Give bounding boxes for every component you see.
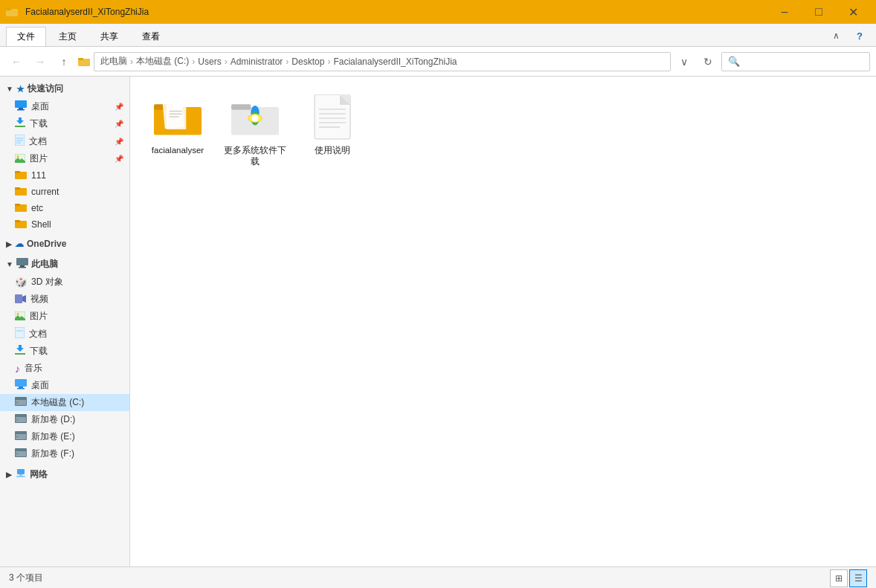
help-button[interactable]: ? — [849, 25, 870, 46]
sidebar-item-label: Shell — [31, 219, 51, 230]
folder-more-software-icon — [231, 94, 279, 142]
svg-rect-53 — [17, 469, 25, 474]
ribbon-collapse-button[interactable]: ∧ — [825, 25, 846, 46]
sidebar-item-label: current — [31, 187, 59, 197]
svg-marker-8 — [16, 117, 24, 124]
sidebar-item-label: 图片 — [30, 310, 48, 323]
video-icon — [15, 294, 26, 306]
svg-rect-6 — [17, 109, 25, 111]
sidebar-item-music[interactable]: ♪ 音乐 — [0, 360, 129, 377]
refresh-button[interactable]: ↻ — [698, 51, 718, 72]
sidebar-item-download2[interactable]: 下载 — [0, 343, 129, 360]
thispc-header[interactable]: ▼ 此电脑 — [0, 255, 129, 274]
path-segment-3[interactable]: Users — [198, 56, 221, 67]
chevron-icon: ▶ — [6, 240, 12, 248]
tab-home[interactable]: 主页 — [48, 27, 88, 46]
file-label-manual: 使用说明 — [315, 145, 350, 156]
svg-rect-1 — [6, 8, 11, 10]
dropdown-button[interactable]: ∨ — [674, 51, 695, 72]
folder-111-icon — [15, 169, 27, 181]
svg-rect-28 — [15, 294, 22, 303]
onedrive-header[interactable]: ▶ ☁ OneDrive — [0, 236, 129, 252]
file-item-more-software[interactable]: 更多系统软件下载 — [219, 88, 291, 173]
network-icon — [15, 469, 27, 480]
forward-button[interactable]: → — [30, 51, 51, 72]
sidebar-item-label: 新加卷 (D:) — [31, 413, 75, 426]
path-segment-6[interactable]: FacialanalyserdII_XiTongZhiJia — [333, 56, 457, 67]
search-icon: 🔍 — [728, 56, 740, 67]
close-button[interactable]: ✕ — [836, 0, 870, 24]
search-box[interactable]: 🔍 — [721, 52, 870, 71]
sidebar-item-docs2[interactable]: 文档 — [0, 325, 129, 343]
sidebar-item-drive-c[interactable]: 本地磁盘 (C:) — [0, 394, 129, 411]
3d-icon: 🎲 — [15, 277, 27, 288]
sidebar-item-pictures2[interactable]: 图片 — [0, 308, 129, 325]
sidebar-item-docs[interactable]: 文档 📌 — [0, 132, 129, 150]
sidebar-item-label: 文档 — [29, 135, 47, 148]
file-grid: facialanalyser — [142, 88, 864, 173]
file-label-facialanalyser: facialanalyser — [152, 145, 204, 156]
sidebar-item-desktop2[interactable]: 桌面 — [0, 377, 129, 394]
status-bar: 3 个项目 ⊞ ☰ — [0, 566, 876, 588]
up-button[interactable]: ↑ — [54, 51, 74, 72]
svg-point-49 — [16, 436, 18, 438]
sidebar-item-download[interactable]: 下载 📌 — [0, 115, 129, 132]
cloud-icon: ☁ — [15, 239, 24, 249]
pin-icon: 📌 — [115, 138, 123, 146]
network-label: 网络 — [30, 468, 48, 481]
main-layout: ▼ ★ 快速访问 桌面 📌 下载 📌 文档 📌 — [0, 77, 876, 566]
quick-access-header[interactable]: ▼ ★ 快速访问 — [0, 80, 129, 98]
sidebar-item-111[interactable]: 111 — [0, 167, 129, 184]
drive-c-icon — [15, 396, 27, 409]
address-path[interactable]: 此电脑 › 本地磁盘 (C:) › Users › Administrator … — [94, 52, 671, 71]
path-segment-2[interactable]: 本地磁盘 (C:) — [136, 55, 189, 68]
title-bar: FacialanalyserdII_XiTongZhiJia – □ ✕ — [0, 0, 876, 24]
view-buttons: ⊞ ☰ — [830, 569, 867, 587]
sidebar-item-pictures[interactable]: 图片 📌 — [0, 150, 129, 167]
svg-point-46 — [16, 419, 18, 421]
sidebar-item-videos[interactable]: 视频 — [0, 291, 129, 308]
title-controls: – □ ✕ — [767, 0, 870, 24]
tab-file[interactable]: 文件 — [6, 27, 46, 46]
back-button[interactable]: ← — [6, 51, 27, 72]
svg-rect-33 — [15, 327, 25, 338]
sidebar-item-shell[interactable]: Shell — [0, 216, 129, 233]
sidebar-item-label: 桌面 — [31, 100, 49, 113]
view-large-icon-button[interactable]: ⊞ — [830, 569, 848, 587]
maximize-button[interactable]: □ — [802, 0, 836, 24]
file-item-manual[interactable]: 使用说明 — [297, 88, 368, 173]
sidebar-item-drive-f[interactable]: 新加卷 (F:) — [0, 445, 129, 462]
tab-share[interactable]: 共享 — [89, 27, 129, 46]
folder-facialanalyser-icon — [154, 94, 202, 142]
sidebar-item-3d[interactable]: 🎲 3D 对象 — [0, 274, 129, 291]
docs2-icon — [15, 327, 25, 340]
network-header[interactable]: ▶ 网络 — [0, 465, 129, 484]
sidebar: ▼ ★ 快速访问 桌面 📌 下载 📌 文档 📌 — [0, 77, 130, 566]
file-item-facialanalyser[interactable]: facialanalyser — [142, 88, 213, 173]
thispc-label: 此电脑 — [31, 258, 58, 271]
sidebar-item-drive-d[interactable]: 新加卷 (D:) — [0, 411, 129, 428]
svg-rect-36 — [15, 353, 25, 355]
ribbon: 文件 主页 共享 查看 ∧ ? — [0, 24, 876, 47]
tab-view[interactable]: 查看 — [131, 27, 171, 46]
minimize-button[interactable]: – — [767, 0, 802, 24]
svg-rect-38 — [15, 379, 27, 387]
drive-f-icon — [15, 448, 27, 460]
path-segment-5[interactable]: Desktop — [292, 56, 324, 67]
path-folder-icon — [77, 55, 91, 68]
window-icon — [6, 6, 18, 18]
view-list-button[interactable]: ☰ — [849, 569, 867, 587]
svg-rect-20 — [15, 187, 20, 190]
path-segment-4[interactable]: Administrator — [231, 56, 283, 67]
title-bar-icons — [6, 6, 18, 18]
sidebar-item-label: 视频 — [30, 293, 48, 306]
sidebar-item-etc[interactable]: etc — [0, 200, 129, 216]
sidebar-item-label: 桌面 — [31, 379, 49, 392]
file-manual-icon — [309, 94, 356, 142]
sidebar-item-desktop[interactable]: 桌面 📌 — [0, 98, 129, 115]
desktop-icon — [15, 100, 27, 113]
path-segment-1[interactable]: 此电脑 — [100, 55, 127, 68]
sidebar-item-current[interactable]: current — [0, 184, 129, 200]
ribbon-tabs: 文件 主页 共享 查看 ∧ ? — [0, 24, 876, 46]
sidebar-item-drive-e[interactable]: 新加卷 (E:) — [0, 428, 129, 445]
